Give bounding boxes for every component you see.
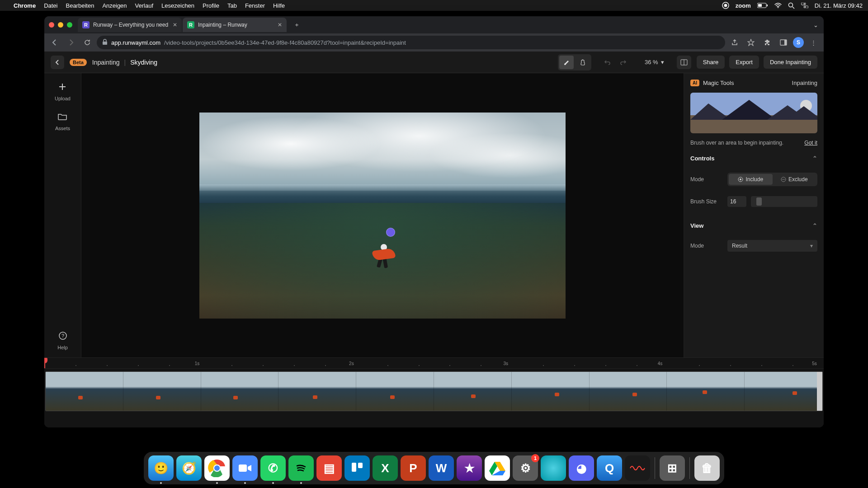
fullscreen-window-icon[interactable] bbox=[67, 22, 72, 28]
battery-icon[interactable] bbox=[757, 3, 768, 8]
record-icon[interactable] bbox=[722, 2, 729, 9]
timeline-thumb[interactable] bbox=[512, 372, 590, 411]
timeline-thumb[interactable] bbox=[123, 372, 201, 411]
dock-trello[interactable] bbox=[344, 455, 370, 481]
favicon-runway-icon: R bbox=[187, 21, 194, 28]
export-button[interactable]: Export bbox=[729, 56, 759, 69]
dock-todoist[interactable]: ▤ bbox=[316, 455, 342, 481]
back-button[interactable] bbox=[48, 36, 61, 49]
dock-chrome[interactable] bbox=[204, 455, 230, 481]
menubar-datetime[interactable]: Di. 21. März 09:42 bbox=[815, 2, 863, 9]
menu-tab[interactable]: Tab bbox=[227, 2, 237, 9]
timeline-thumb[interactable] bbox=[356, 372, 434, 411]
view-mode-dropdown[interactable]: Result ▾ bbox=[727, 240, 817, 252]
dock-spotify[interactable] bbox=[288, 455, 314, 481]
include-option[interactable]: Include bbox=[729, 174, 773, 185]
menu-view[interactable]: Anzeigen bbox=[102, 2, 127, 9]
brush-size-slider[interactable] bbox=[751, 196, 817, 207]
controls-section-header[interactable]: Controls ⌃ bbox=[690, 152, 817, 164]
url-field[interactable]: app.runwayml.com/video-tools/projects/0b… bbox=[97, 36, 725, 49]
video-preview[interactable] bbox=[199, 113, 566, 319]
dock-calculator[interactable]: ⊞ bbox=[660, 455, 685, 481]
reload-button[interactable] bbox=[80, 36, 94, 49]
app-back-button[interactable] bbox=[51, 56, 64, 69]
control-center-icon[interactable] bbox=[801, 3, 808, 8]
tab-runway-home[interactable]: R Runway – Everything you need ✕ bbox=[78, 18, 182, 32]
timeline-thumb[interactable] bbox=[667, 372, 745, 411]
dock-imovie[interactable]: ★ bbox=[457, 455, 482, 481]
dock-whatsapp[interactable]: ✆ bbox=[260, 455, 286, 481]
extensions-icon[interactable] bbox=[760, 36, 774, 49]
clip-strip[interactable] bbox=[45, 371, 823, 411]
dock-safari[interactable]: 🧭 bbox=[176, 455, 202, 481]
macos-menubar: Chrome Datei Bearbeiten Anzeigen Verlauf… bbox=[0, 0, 868, 11]
clip-trim-handle[interactable] bbox=[817, 372, 822, 411]
dock-zoom[interactable] bbox=[232, 455, 258, 481]
sidepanel-icon[interactable] bbox=[777, 36, 790, 49]
menubar-app-name[interactable]: Chrome bbox=[14, 2, 36, 9]
menu-edit[interactable]: Bearbeiten bbox=[66, 2, 94, 9]
share-url-icon[interactable] bbox=[728, 36, 741, 49]
dock-excel[interactable]: X bbox=[373, 455, 398, 481]
timeline-ruler[interactable]: 1s 2s 3s 4s 5s bbox=[44, 358, 824, 369]
dock-settings[interactable]: ⚙1 bbox=[513, 455, 538, 481]
menu-window[interactable]: Fenster bbox=[245, 2, 265, 9]
forward-button[interactable] bbox=[64, 36, 78, 49]
window-controls[interactable] bbox=[49, 22, 72, 28]
menu-profiles[interactable]: Profile bbox=[203, 2, 219, 9]
got-it-link[interactable]: Got it bbox=[804, 140, 817, 146]
svg-point-25 bbox=[214, 465, 220, 471]
bookmark-icon[interactable] bbox=[744, 36, 758, 49]
timeline-thumb[interactable] bbox=[46, 372, 123, 411]
timeline-thumb[interactable] bbox=[278, 372, 356, 411]
zoom-menubar-label[interactable]: zoom bbox=[736, 2, 751, 9]
compare-view-button[interactable] bbox=[677, 56, 691, 69]
menu-bookmarks[interactable]: Lesezeichen bbox=[161, 2, 194, 9]
dock-finder[interactable]: 🙂 bbox=[148, 455, 174, 481]
view-section-header[interactable]: View ⌃ bbox=[690, 220, 817, 232]
help-button[interactable]: ? Help bbox=[57, 329, 69, 350]
dock-voice-memos[interactable] bbox=[625, 455, 650, 481]
menu-history[interactable]: Verlauf bbox=[135, 2, 153, 9]
menu-help[interactable]: Hilfe bbox=[273, 2, 285, 9]
done-inpainting-button[interactable]: Done Inpainting bbox=[764, 56, 817, 69]
assets-button[interactable]: Assets bbox=[55, 110, 70, 131]
tabs-dropdown-icon[interactable]: ⌄ bbox=[813, 22, 818, 28]
profile-avatar[interactable]: S bbox=[793, 37, 804, 48]
dock-quicktime[interactable]: Q bbox=[597, 455, 622, 481]
undo-button[interactable] bbox=[600, 56, 615, 69]
close-tab-icon[interactable]: ✕ bbox=[173, 22, 177, 28]
brush-tool-button[interactable] bbox=[559, 56, 574, 69]
dock-trash[interactable]: 🗑 bbox=[694, 455, 720, 481]
timeline-thumb[interactable] bbox=[434, 372, 512, 411]
minimize-window-icon[interactable] bbox=[58, 22, 63, 28]
share-button[interactable]: Share bbox=[697, 56, 725, 69]
close-window-icon[interactable] bbox=[49, 22, 54, 28]
timeline-bottom-track[interactable] bbox=[44, 414, 824, 427]
close-tab-icon[interactable]: ✕ bbox=[278, 22, 282, 28]
dock-app-circle[interactable] bbox=[541, 455, 566, 481]
brush-size-input[interactable] bbox=[727, 196, 746, 207]
new-tab-button[interactable]: ＋ bbox=[290, 19, 303, 31]
slider-thumb[interactable] bbox=[756, 197, 762, 206]
tab-inpainting[interactable]: R Inpainting – Runway ✕ bbox=[183, 18, 287, 32]
redo-button[interactable] bbox=[616, 56, 630, 69]
playhead[interactable] bbox=[44, 358, 45, 368]
dock-discord[interactable]: ◕ bbox=[569, 455, 594, 481]
zoom-dropdown[interactable]: 36 % ▾ bbox=[641, 57, 668, 67]
canvas-area[interactable] bbox=[81, 73, 684, 357]
dock-drive[interactable] bbox=[485, 455, 510, 481]
dock-powerpoint[interactable]: P bbox=[401, 455, 426, 481]
timeline-thumb[interactable] bbox=[745, 372, 822, 411]
chrome-menu-icon[interactable]: ⋮ bbox=[807, 36, 820, 49]
exclude-option[interactable]: Exclude bbox=[773, 174, 816, 185]
timeline-thumb[interactable] bbox=[590, 372, 667, 411]
timeline-thumb[interactable] bbox=[201, 372, 279, 411]
pan-tool-button[interactable] bbox=[576, 56, 590, 69]
search-icon[interactable] bbox=[788, 2, 795, 9]
zoom-value: 36 % bbox=[645, 59, 658, 66]
upload-button[interactable]: Upload bbox=[55, 80, 71, 101]
menu-file[interactable]: Datei bbox=[44, 2, 57, 9]
dock-word[interactable]: W bbox=[429, 455, 454, 481]
wifi-icon[interactable] bbox=[774, 3, 782, 8]
